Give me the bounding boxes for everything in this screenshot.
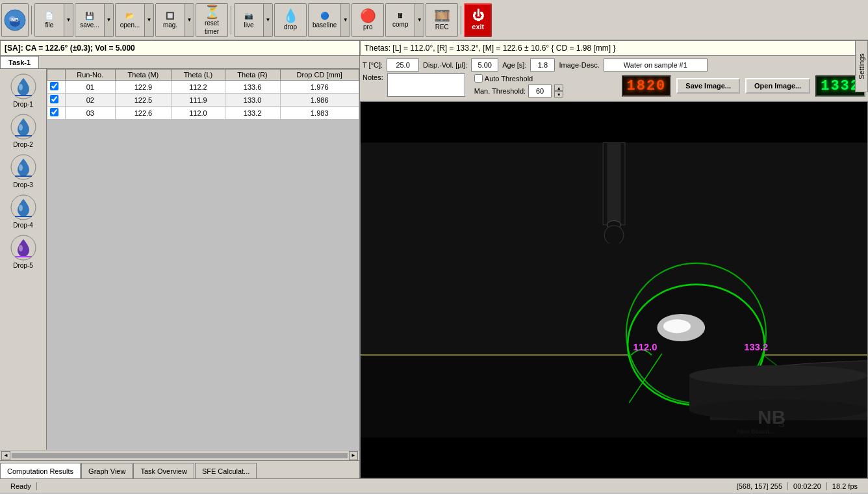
open-image-button[interactable]: Open Image... xyxy=(745,78,810,94)
row-checkbox-0[interactable] xyxy=(47,81,66,94)
disp-vol-label: Disp.-Vol. [µl]: xyxy=(423,61,467,69)
auto-threshold-checkbox[interactable] xyxy=(474,74,483,83)
save-arrow[interactable]: ▼ xyxy=(104,4,113,36)
baseline-button[interactable]: 🔵 baseline ▼ xyxy=(308,3,350,37)
live-button[interactable]: 📷 live ▼ xyxy=(234,3,273,37)
row-checkbox-2[interactable] xyxy=(47,107,66,120)
comp-main[interactable]: 🖩 comp xyxy=(386,4,415,36)
baseline-main[interactable]: 🔵 baseline xyxy=(309,4,340,36)
img-desc-input[interactable] xyxy=(604,58,708,72)
camera-icon: 📷 xyxy=(244,12,253,20)
open-arrow[interactable]: ▼ xyxy=(144,4,153,36)
reset-timer-button[interactable]: ⏳ reset timer xyxy=(196,3,228,37)
mag-main[interactable]: 🔲 mag. xyxy=(156,4,185,36)
man-threshold-input[interactable] xyxy=(528,84,552,98)
bottom-tab-0[interactable]: Computation Results xyxy=(0,463,81,478)
led-display-left: 1820 xyxy=(622,75,672,97)
pro-button[interactable]: 🔴 pro xyxy=(351,3,384,37)
table-body: 01122.9112.2133.61.97602122.5111.9133.01… xyxy=(47,81,359,120)
drop-icon-5 xyxy=(10,234,37,261)
col-theta-r: Theta (R) xyxy=(225,70,280,81)
image-area: 112.0 133.2 NB S New Bound... xyxy=(360,101,868,478)
save-main[interactable]: 💾 save... xyxy=(75,4,104,36)
main-area: Task-1 Drop-1Drop-2Drop-3Drop-4Drop-5 Ru… xyxy=(0,56,868,478)
footer-fps: 18.2 fps xyxy=(827,482,863,490)
drop-icon-1 xyxy=(10,73,37,100)
open-button[interactable]: 📂 open... ▼ xyxy=(115,3,154,37)
file-main[interactable]: 📄 file xyxy=(35,4,64,36)
col-checkbox xyxy=(47,70,66,81)
disp-vol-input[interactable] xyxy=(471,58,498,72)
col-cd: Drop CD [mm] xyxy=(280,70,359,81)
threshold-spinner[interactable]: ▲ ▼ xyxy=(554,84,563,98)
table-row[interactable]: 02122.5111.9133.01.986 xyxy=(47,94,359,107)
open-main[interactable]: 📂 open... xyxy=(116,4,144,36)
table-row[interactable]: 01122.9112.2133.61.976 xyxy=(47,81,359,94)
drop-button[interactable]: 💧 drop xyxy=(274,3,307,37)
bottom-tab-3[interactable]: SFE Calculat... xyxy=(195,463,257,478)
mag-arrow[interactable]: ▼ xyxy=(185,4,194,36)
col-run: Run-No. xyxy=(66,70,116,81)
col-theta-m: Theta (M) xyxy=(115,70,172,81)
spinner-down[interactable]: ▼ xyxy=(554,91,563,98)
rec-button[interactable]: 🎞️ REC xyxy=(426,3,458,37)
scroll-track[interactable] xyxy=(12,453,348,458)
age-input[interactable] xyxy=(530,58,555,72)
toolbar: NB 📄 file ▼ 💾 save... ▼ 📂 open... ▼ 🔲 ma… xyxy=(0,0,868,40)
exit-button[interactable]: ⏻ exit xyxy=(464,3,492,37)
drop-item-2[interactable]: Drop-2 xyxy=(1,112,45,150)
drop-label-5: Drop-5 xyxy=(13,262,33,269)
drop-label-4: Drop-4 xyxy=(13,222,33,229)
svg-text:NB: NB xyxy=(11,17,19,23)
comp-button[interactable]: 🖩 comp ▼ xyxy=(385,3,424,37)
drop-item-1[interactable]: Drop-1 xyxy=(1,72,45,109)
man-threshold-row: Man. Threshold: ▲ ▼ xyxy=(474,84,563,98)
table-row[interactable]: 03122.6112.0133.21.983 xyxy=(47,107,359,120)
spinner-up[interactable]: ▲ xyxy=(554,84,563,91)
controls-row-2: Notes: Auto Threshold Man. Threshold: xyxy=(363,73,865,98)
scroll-right-arrow[interactable]: ► xyxy=(349,451,358,460)
drop-item-3[interactable]: Drop-3 xyxy=(1,152,45,190)
checkbox-0[interactable] xyxy=(50,82,58,90)
comp-icon: 🖩 xyxy=(397,12,404,20)
cell-0-4: 1.976 xyxy=(280,81,359,94)
scroll-left-arrow[interactable]: ◄ xyxy=(1,451,10,460)
drop-icon-2 xyxy=(10,113,37,140)
logo-button[interactable]: NB xyxy=(1,3,29,37)
baseline-icon: 🔵 xyxy=(320,12,329,20)
comp-arrow[interactable]: ▼ xyxy=(415,4,424,36)
img-desc-label: Image-Desc. xyxy=(559,61,599,69)
notes-textarea[interactable] xyxy=(387,73,465,97)
file-arrow[interactable]: ▼ xyxy=(64,4,73,36)
settings-tab[interactable]: Settings xyxy=(855,40,868,92)
right-panel: T [°C]: Disp.-Vol. [µl]: Age [s]: Image-… xyxy=(360,56,868,478)
top-info-bar: [SA]: CA = 122.6° (±0.3); Vol = 5.000 Th… xyxy=(0,40,868,56)
pro-icon: 🔴 xyxy=(360,9,376,22)
drop-item-4[interactable]: Drop-4 xyxy=(1,192,45,230)
live-arrow[interactable]: ▼ xyxy=(263,4,272,36)
footer-status: Ready xyxy=(5,482,37,490)
svg-point-31 xyxy=(663,319,691,333)
data-table-area[interactable]: Run-No. Theta (M) Theta (L) Theta (R) Dr… xyxy=(47,69,359,450)
row-checkbox-1[interactable] xyxy=(47,94,66,107)
save-button[interactable]: 💾 save... ▼ xyxy=(75,3,114,37)
checkbox-1[interactable] xyxy=(50,95,58,103)
file-button[interactable]: 📄 file ▼ xyxy=(34,3,73,37)
svg-point-11 xyxy=(19,164,23,171)
bottom-tab-1[interactable]: Graph View xyxy=(81,463,133,478)
task-tab-1[interactable]: Task-1 xyxy=(0,56,39,68)
temp-input[interactable] xyxy=(387,58,419,72)
cell-2-4: 1.983 xyxy=(280,107,359,120)
live-main[interactable]: 📷 live xyxy=(235,4,263,36)
save-image-button[interactable]: Save Image... xyxy=(676,78,740,94)
table-scrollbar[interactable]: ◄ ► xyxy=(0,450,359,460)
svg-point-5 xyxy=(19,84,23,90)
bottom-tab-2[interactable]: Task Overview xyxy=(133,463,194,478)
bottom-tabs: Computation ResultsGraph ViewTask Overvi… xyxy=(0,460,359,478)
baseline-arrow[interactable]: ▼ xyxy=(340,4,350,36)
checkbox-2[interactable] xyxy=(50,108,58,116)
drop-item-5[interactable]: Drop-5 xyxy=(1,233,45,270)
mag-button[interactable]: 🔲 mag. ▼ xyxy=(155,3,194,37)
svg-text:New Bound...: New Bound... xyxy=(737,428,774,435)
drop-visualization: 112.0 133.2 NB S New Bound... xyxy=(361,102,867,478)
